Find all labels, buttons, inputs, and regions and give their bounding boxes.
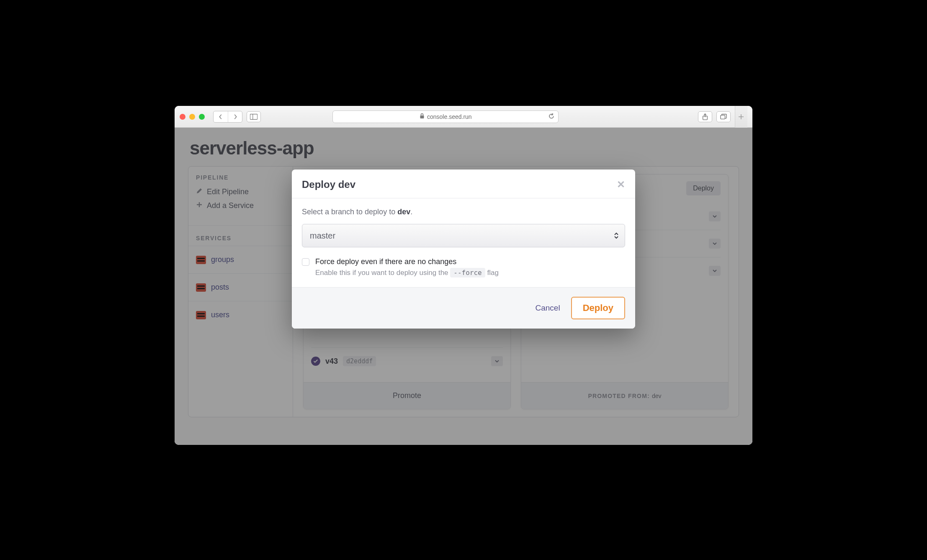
- lock-icon: [420, 113, 425, 120]
- svg-rect-0: [250, 114, 257, 119]
- close-icon[interactable]: ✕: [617, 179, 625, 190]
- browser-window: console.seed.run serverless-app: [175, 106, 752, 445]
- page-content: serverless-app PIPELINE Edit Pipeline: [175, 128, 752, 445]
- force-deploy-label: Force deploy even if there are no change…: [315, 257, 499, 266]
- svg-rect-2: [420, 116, 424, 118]
- instruction-env: dev: [397, 208, 410, 216]
- force-deploy-checkbox[interactable]: [302, 258, 309, 266]
- sidebar-toggle-button[interactable]: [247, 111, 261, 122]
- chevron-updown-icon: [614, 232, 619, 239]
- nav-buttons: [213, 111, 242, 123]
- modal-body: Select a branch to deploy to dev. master: [292, 198, 635, 287]
- url-text: console.seed.run: [427, 113, 472, 120]
- share-button[interactable]: [698, 111, 712, 122]
- modal-footer: Cancel Deploy: [292, 287, 635, 329]
- cancel-button[interactable]: Cancel: [535, 303, 560, 313]
- force-help-prefix: Enable this if you want to deploy using …: [315, 269, 450, 277]
- instruction-prefix: Select a branch to deploy to: [302, 208, 397, 216]
- modal-title: Deploy dev: [302, 179, 355, 190]
- deploy-confirm-button[interactable]: Deploy: [571, 297, 625, 319]
- deploy-modal: Deploy dev ✕ Select a branch to deploy t…: [292, 170, 635, 329]
- window-controls: [180, 114, 205, 120]
- force-deploy-option: Force deploy even if there are no change…: [302, 257, 625, 277]
- svg-rect-4: [721, 115, 725, 119]
- window-close-button[interactable]: [180, 114, 185, 120]
- back-button[interactable]: [214, 111, 228, 122]
- modal-instruction: Select a branch to deploy to dev.: [302, 208, 625, 216]
- browser-titlebar: console.seed.run: [175, 106, 752, 128]
- toolbar-right: [698, 111, 731, 122]
- instruction-suffix: .: [410, 208, 412, 216]
- force-flag-code: --force: [450, 268, 485, 277]
- modal-overlay: Deploy dev ✕ Select a branch to deploy t…: [175, 128, 752, 445]
- force-help-suffix: flag: [485, 269, 499, 277]
- window-zoom-button[interactable]: [199, 114, 205, 120]
- window-minimize-button[interactable]: [189, 114, 195, 120]
- branch-select[interactable]: master: [302, 224, 625, 247]
- forward-button[interactable]: [228, 111, 242, 122]
- address-bar[interactable]: console.seed.run: [332, 110, 559, 123]
- force-deploy-help: Enable this if you want to deploy using …: [315, 269, 499, 277]
- new-tab-button[interactable]: [735, 106, 747, 128]
- tabs-button[interactable]: [716, 111, 731, 122]
- reload-icon[interactable]: [548, 113, 555, 121]
- modal-header: Deploy dev ✕: [292, 170, 635, 198]
- branch-selected-value: master: [310, 231, 335, 241]
